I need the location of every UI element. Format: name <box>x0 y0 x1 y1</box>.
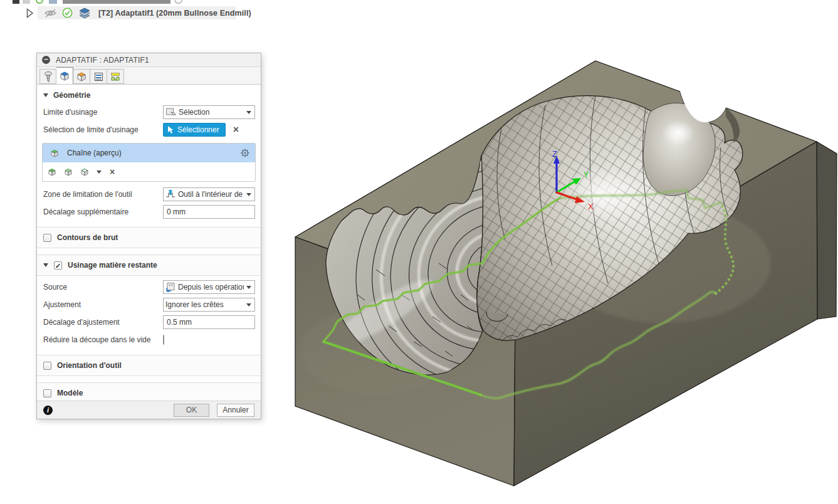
eye-hidden-icon[interactable] <box>44 8 57 18</box>
adjustment-select[interactable]: Ignorer les crêtes <box>163 298 255 312</box>
rest-machining-title: Usinage matière restante <box>68 261 157 270</box>
adjustment-offset-input[interactable] <box>163 315 255 329</box>
axis-y-label: Y <box>584 170 589 179</box>
additional-offset-label: Décalage supplémentaire <box>43 207 163 216</box>
valid-icon <box>36 0 43 4</box>
browser-row-operation[interactable]: [T2] Adaptatif1 (20mm Bullnose Endmill) <box>0 6 263 19</box>
chain-mode-icon-3[interactable] <box>80 167 91 177</box>
axis-z-label: Z <box>552 149 557 159</box>
reduce-air-row: Réduire la découpe dans le vide <box>37 331 261 349</box>
chain-label: Chaîne (aperçu) <box>67 149 234 157</box>
gear-icon[interactable] <box>240 148 250 158</box>
adjustment-offset-row: Décalage d'ajustement <box>37 313 261 331</box>
machining-boundary-select[interactable]: Sélection <box>163 105 255 119</box>
adjustment-label: Ajustement <box>43 300 163 309</box>
rest-machining-checkbox[interactable]: ✓ <box>54 261 62 270</box>
selection-face-icon <box>165 107 176 117</box>
geometry-section-header[interactable]: Géométrie <box>37 85 261 103</box>
cursor-icon <box>167 125 174 134</box>
adaptive-operation-icon <box>78 8 92 18</box>
chain-mode-icon-1[interactable] <box>48 167 58 177</box>
from-operations-icon <box>165 282 175 292</box>
dialog-tabs <box>37 67 261 85</box>
cancel-button[interactable]: Annuler <box>217 404 254 417</box>
chevron-down-icon <box>246 286 251 289</box>
rest-machining-band[interactable]: ✓ Usinage matière restante <box>37 255 261 276</box>
chain-delete-icon[interactable]: × <box>107 167 117 177</box>
source-value: Depuis les opérations... <box>178 283 244 291</box>
ok-button[interactable]: OK <box>174 404 209 417</box>
model-title: Modèle <box>57 389 83 397</box>
operation-name[interactable]: [T2] Adaptatif1 (20mm Bullnose Endmill) <box>98 6 251 19</box>
adaptive-dialog: – ADAPTATIF : ADAPTATIF1 G <box>36 53 261 419</box>
geometry-section-title: Géométrie <box>53 91 90 100</box>
chain-more-icon[interactable] <box>97 171 102 174</box>
tool-inside-icon <box>165 189 175 199</box>
stock-contours-band[interactable]: Contours de brut <box>37 227 261 248</box>
tool-containment-value: Outil à l'intérieur de la... <box>178 190 244 199</box>
additional-offset-input[interactable] <box>163 205 255 219</box>
chain-selection-box: Chaîne (aperçu) × <box>42 143 256 182</box>
dialog-header[interactable]: – ADAPTATIF : ADAPTATIF1 <box>37 53 261 67</box>
tool-containment-select[interactable]: Outil à l'intérieur de la... <box>163 187 255 201</box>
machining-boundary-label: Limite d'usinage <box>43 108 163 117</box>
tab-passes[interactable] <box>90 69 107 84</box>
visibility-icon <box>23 0 30 4</box>
expand-arrow-icon[interactable] <box>26 8 34 18</box>
source-row: Source Depuis les opérations... <box>37 278 261 296</box>
chain-icon <box>50 149 61 158</box>
dialog-footer: i OK Annuler <box>37 401 261 419</box>
tab-heights[interactable] <box>73 69 90 84</box>
additional-offset-row: Décalage supplémentaire <box>37 203 261 221</box>
boundary-selection-row: Sélection de limite d'usinage Sélectionn… <box>37 121 261 139</box>
tab-tool[interactable] <box>39 69 56 84</box>
adjustment-offset-label: Décalage d'ajustement <box>43 318 163 327</box>
model-checkbox[interactable] <box>43 389 51 397</box>
chevron-down-icon <box>246 111 251 114</box>
axis-x-label: X <box>588 202 594 211</box>
boundary-selection-label: Sélection de limite d'usinage <box>43 125 163 134</box>
tool-orientation-title: Orientation d'outil <box>57 361 122 370</box>
browser-row-partial[interactable] <box>0 0 263 4</box>
gear-icon <box>174 0 182 4</box>
section-collapse-icon <box>43 263 48 267</box>
stock-contours-title: Contours de brut <box>57 233 118 242</box>
stock-contours-checkbox[interactable] <box>43 234 51 242</box>
chain-selected-row[interactable]: Chaîne (aperçu) <box>43 144 255 162</box>
dialog-title: ADAPTATIF : ADAPTATIF1 <box>56 56 149 65</box>
info-icon[interactable]: i <box>43 406 53 415</box>
adjustment-value: Ignorer les crêtes <box>165 300 244 309</box>
source-select[interactable]: Depuis les opérations... <box>163 280 255 294</box>
check-circle-icon <box>62 8 73 18</box>
tab-linking[interactable] <box>107 69 124 84</box>
clear-selection-icon[interactable]: × <box>231 125 241 135</box>
reduce-air-label: Réduire la découpe dans le vide <box>43 335 163 344</box>
tool-orientation-band[interactable]: Orientation d'outil <box>37 355 261 376</box>
tool-containment-row: Zone de limitation de l'outil Outil à l'… <box>37 186 261 203</box>
section-collapse-icon <box>43 93 48 97</box>
chain-tools-row: × <box>43 162 255 181</box>
collapse-icon[interactable]: – <box>42 56 50 64</box>
selected-row-highlight <box>63 0 170 4</box>
chevron-down-icon <box>246 193 251 196</box>
doc-icon <box>13 0 19 4</box>
app-canvas: Z Y X <box>0 0 838 504</box>
machining-boundary-value: Sélection <box>179 108 244 117</box>
tab-geometry[interactable] <box>56 67 73 84</box>
reduce-air-checkbox[interactable] <box>163 335 164 345</box>
setup-icon <box>49 0 57 4</box>
chevron-down-icon <box>246 303 251 307</box>
source-label: Source <box>43 283 163 291</box>
machining-boundary-row: Limite d'usinage Sélection <box>37 103 261 121</box>
tool-orientation-checkbox[interactable] <box>43 362 51 370</box>
tool-containment-label: Zone de limitation de l'outil <box>43 190 163 199</box>
chain-mode-icon-2[interactable] <box>64 167 75 177</box>
adjustment-row: Ajustement Ignorer les crêtes <box>37 296 261 313</box>
select-button[interactable]: Sélectionner <box>163 123 226 137</box>
